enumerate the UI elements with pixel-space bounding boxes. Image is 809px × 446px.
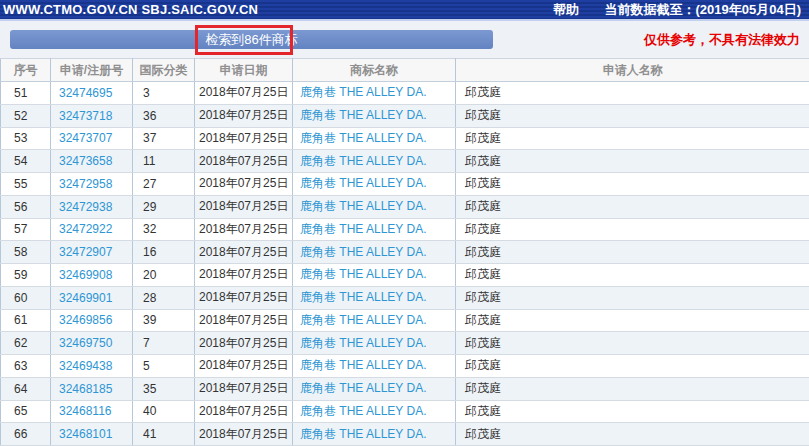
application-number-link[interactable]: 32473718 xyxy=(59,109,112,123)
trademark-name-link[interactable]: 鹿角巷 THE ALLEY DA. xyxy=(300,381,427,395)
table-cell: 鹿角巷 THE ALLEY DA. xyxy=(293,264,456,287)
cell-application-date: 2018年07月25日 xyxy=(195,82,293,105)
trademark-name-link[interactable]: 鹿角巷 THE ALLEY DA. xyxy=(300,290,427,304)
application-number-link[interactable]: 32469750 xyxy=(59,336,112,350)
application-number-link[interactable]: 32469901 xyxy=(59,291,112,305)
cell-intl-class: 35 xyxy=(133,377,195,400)
table-row: 623246975072018年07月25日鹿角巷 THE ALLEY DA.邱… xyxy=(1,332,809,355)
results-table-body: 513247469532018年07月25日鹿角巷 THE ALLEY DA.邱… xyxy=(1,82,809,446)
legal-disclaimer-text: 仅供参考，不具有法律效力 xyxy=(644,31,800,49)
table-cell: 32469750 xyxy=(51,332,133,355)
cell-application-date: 2018年07月25日 xyxy=(195,218,293,241)
cell-intl-class: 7 xyxy=(133,332,195,355)
trademark-name-link[interactable]: 鹿角巷 THE ALLEY DA. xyxy=(300,154,427,168)
cell-seq: 53 xyxy=(1,127,51,150)
cell-applicant-name: 邱茂庭 xyxy=(456,309,809,332)
trademark-name-link[interactable]: 鹿角巷 THE ALLEY DA. xyxy=(300,267,427,281)
table-cell: 32473707 xyxy=(51,127,133,150)
cell-application-date: 2018年07月25日 xyxy=(195,355,293,378)
table-cell: 鹿角巷 THE ALLEY DA. xyxy=(293,309,456,332)
result-count-banner[interactable]: 检索到86件商标 xyxy=(10,30,493,49)
table-row: 6532468116402018年07月25日鹿角巷 THE ALLEY DA.… xyxy=(1,400,809,423)
table-cell: 鹿角巷 THE ALLEY DA. xyxy=(293,195,456,218)
trademark-name-link[interactable]: 鹿角巷 THE ALLEY DA. xyxy=(300,199,427,213)
table-cell: 鹿角巷 THE ALLEY DA. xyxy=(293,286,456,309)
table-row: 5232473718362018年07月25日鹿角巷 THE ALLEY DA.… xyxy=(1,104,809,127)
trademark-name-link[interactable]: 鹿角巷 THE ALLEY DA. xyxy=(300,222,427,236)
cell-applicant-name: 邱茂庭 xyxy=(456,150,809,173)
table-cell: 32474695 xyxy=(51,82,133,105)
application-number-link[interactable]: 32469438 xyxy=(59,359,112,373)
application-number-link[interactable]: 32472958 xyxy=(59,177,112,191)
cell-application-date: 2018年07月25日 xyxy=(195,377,293,400)
cell-intl-class: 36 xyxy=(133,104,195,127)
site-title: WWW.CTMO.GOV.CN SBJ.SAIC.GOV.CN xyxy=(3,0,258,19)
application-number-link[interactable]: 32469856 xyxy=(59,313,112,327)
trademark-name-link[interactable]: 鹿角巷 THE ALLEY DA. xyxy=(300,313,427,327)
cell-intl-class: 28 xyxy=(133,286,195,309)
cell-application-date: 2018年07月25日 xyxy=(195,332,293,355)
application-number-link[interactable]: 32468116 xyxy=(59,404,112,418)
cell-application-date: 2018年07月25日 xyxy=(195,423,293,446)
application-number-link[interactable]: 32473707 xyxy=(59,131,112,145)
help-link[interactable]: 帮助 xyxy=(553,2,579,17)
table-row: 5632472938292018年07月25日鹿角巷 THE ALLEY DA.… xyxy=(1,195,809,218)
cell-applicant-name: 邱茂庭 xyxy=(456,241,809,264)
header-application-number: 申请/注册号 xyxy=(51,59,133,82)
trademark-name-link[interactable]: 鹿角巷 THE ALLEY DA. xyxy=(300,358,427,372)
table-cell: 鹿角巷 THE ALLEY DA. xyxy=(293,400,456,423)
table-cell: 32468116 xyxy=(51,400,133,423)
header-trademark-name: 商标名称 xyxy=(293,59,456,82)
cell-seq: 63 xyxy=(1,355,51,378)
cell-applicant-name: 邱茂庭 xyxy=(456,82,809,105)
trademark-name-link[interactable]: 鹿角巷 THE ALLEY DA. xyxy=(300,427,427,441)
table-cell: 32468101 xyxy=(51,423,133,446)
cell-seq: 61 xyxy=(1,309,51,332)
trademark-name-link[interactable]: 鹿角巷 THE ALLEY DA. xyxy=(300,336,427,350)
trademark-name-link[interactable]: 鹿角巷 THE ALLEY DA. xyxy=(300,176,427,190)
cell-intl-class: 32 xyxy=(133,218,195,241)
cell-applicant-name: 邱茂庭 xyxy=(456,377,809,400)
application-number-link[interactable]: 32472922 xyxy=(59,222,112,236)
header-intl-class: 国际分类 xyxy=(133,59,195,82)
table-cell: 32472958 xyxy=(51,173,133,196)
application-number-link[interactable]: 32473658 xyxy=(59,154,112,168)
cell-seq: 54 xyxy=(1,150,51,173)
cell-application-date: 2018年07月25日 xyxy=(195,309,293,332)
cell-seq: 66 xyxy=(1,423,51,446)
trademark-name-link[interactable]: 鹿角巷 THE ALLEY DA. xyxy=(300,404,427,418)
application-number-link[interactable]: 32468185 xyxy=(59,382,112,396)
trademark-name-link[interactable]: 鹿角巷 THE ALLEY DA. xyxy=(300,245,427,259)
cell-intl-class: 5 xyxy=(133,355,195,378)
cell-application-date: 2018年07月25日 xyxy=(195,264,293,287)
cell-seq: 51 xyxy=(1,82,51,105)
cell-applicant-name: 邱茂庭 xyxy=(456,195,809,218)
table-cell: 鹿角巷 THE ALLEY DA. xyxy=(293,377,456,400)
cell-intl-class: 40 xyxy=(133,400,195,423)
cell-intl-class: 16 xyxy=(133,241,195,264)
application-number-link[interactable]: 32472938 xyxy=(59,200,112,214)
data-cutoff-date: 当前数据截至：(2019年05月04日) xyxy=(605,2,802,17)
trademark-name-link[interactable]: 鹿角巷 THE ALLEY DA. xyxy=(300,85,427,99)
table-row: 5832472907162018年07月25日鹿角巷 THE ALLEY DA.… xyxy=(1,241,809,264)
cell-seq: 60 xyxy=(1,286,51,309)
cell-applicant-name: 邱茂庭 xyxy=(456,332,809,355)
table-row: 5732472922322018年07月25日鹿角巷 THE ALLEY DA.… xyxy=(1,218,809,241)
cell-application-date: 2018年07月25日 xyxy=(195,195,293,218)
cell-applicant-name: 邱茂庭 xyxy=(456,127,809,150)
table-cell: 鹿角巷 THE ALLEY DA. xyxy=(293,332,456,355)
application-number-link[interactable]: 32472907 xyxy=(59,245,112,259)
application-number-link[interactable]: 32474695 xyxy=(59,86,112,100)
trademark-name-link[interactable]: 鹿角巷 THE ALLEY DA. xyxy=(300,131,427,145)
table-row: 5432473658112018年07月25日鹿角巷 THE ALLEY DA.… xyxy=(1,150,809,173)
table-cell: 鹿角巷 THE ALLEY DA. xyxy=(293,150,456,173)
application-number-link[interactable]: 32469908 xyxy=(59,268,112,282)
cell-intl-class: 3 xyxy=(133,82,195,105)
application-number-link[interactable]: 32468101 xyxy=(59,427,112,441)
cell-applicant-name: 邱茂庭 xyxy=(456,264,809,287)
table-cell: 32469856 xyxy=(51,309,133,332)
table-row: 5332473707372018年07月25日鹿角巷 THE ALLEY DA.… xyxy=(1,127,809,150)
cell-application-date: 2018年07月25日 xyxy=(195,400,293,423)
table-row: 6132469856392018年07月25日鹿角巷 THE ALLEY DA.… xyxy=(1,309,809,332)
trademark-name-link[interactable]: 鹿角巷 THE ALLEY DA. xyxy=(300,108,427,122)
